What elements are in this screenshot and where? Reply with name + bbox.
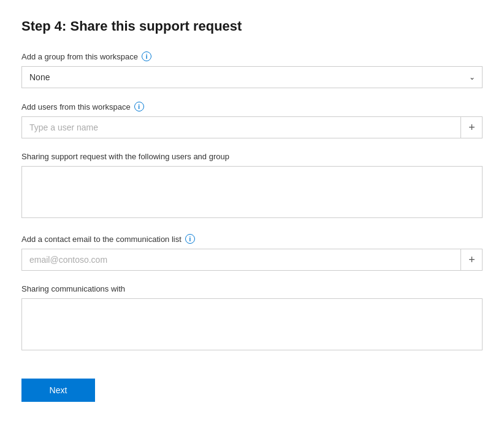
contact-email-input[interactable] [21,249,483,271]
group-field-section: Add a group from this workspace i None ⌄ [21,51,483,88]
sharing-users-section: Sharing support request with the followi… [21,152,483,221]
users-field-section: Add users from this workspace i + [21,102,483,138]
contact-email-info-icon[interactable]: i [185,234,195,244]
contact-email-label-text: Add a contact email to the communication… [21,235,181,244]
contact-email-input-wrapper: + [21,249,483,271]
next-button[interactable]: Next [21,379,95,402]
users-label: Add users from this workspace i [21,102,483,111]
page-title: Step 4: Share this support request [21,18,483,34]
users-label-text: Add users from this workspace [21,102,131,111]
add-email-button[interactable]: + [460,249,483,271]
group-info-icon[interactable]: i [142,51,151,61]
group-select[interactable]: None [21,66,483,88]
users-search-input[interactable] [21,116,483,138]
sharing-comms-textarea[interactable] [21,298,483,350]
sharing-comms-section: Sharing communications with [21,284,483,353]
contact-email-section: Add a contact email to the communication… [21,234,483,271]
group-select-wrapper: None ⌄ [21,66,483,88]
sharing-comms-label: Sharing communications with [21,284,483,293]
users-input-wrapper: + [21,116,483,138]
contact-email-label: Add a contact email to the communication… [21,234,483,244]
group-label: Add a group from this workspace i [21,51,483,61]
group-label-text: Add a group from this workspace [21,52,138,61]
sharing-users-label: Sharing support request with the followi… [21,152,483,161]
add-user-button[interactable]: + [460,116,483,138]
users-info-icon[interactable]: i [134,102,144,111]
sharing-users-textarea[interactable] [21,166,483,218]
